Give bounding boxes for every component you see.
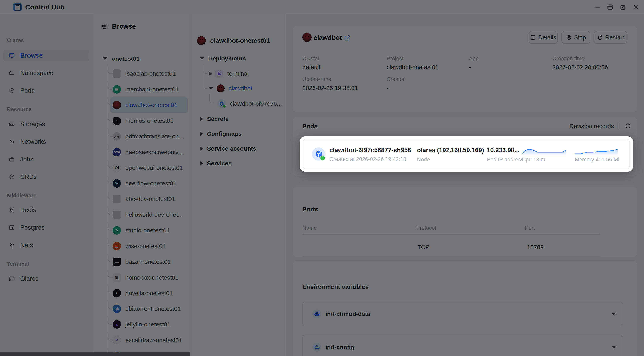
pod-ip-label: Pod IP address <box>487 156 524 163</box>
pod-row[interactable]: clawdbot-6f97c56877-sh956 Created at 202… <box>303 139 630 169</box>
pod-node-value: olares (192.168.50.169) <box>417 146 484 154</box>
pod-node-label: Node <box>417 156 430 163</box>
pod-status-dot <box>320 156 325 160</box>
pod-memory-label: Memory 401.56 Mi <box>575 156 620 163</box>
control-hub-window: Control Hub OlaresBrowseNamespacePodsRes… <box>0 0 644 356</box>
cpu-sparkline <box>522 146 566 156</box>
pod-cpu-label: Cpu 13 m <box>522 156 545 163</box>
pod-ip-value: 10.233.98... <box>487 146 520 154</box>
memory-sparkline <box>575 146 618 156</box>
dim-overlay <box>0 0 644 356</box>
pod-row-spotlight: clawdbot-6f97c56877-sh956 Created at 202… <box>300 136 633 172</box>
pod-name: clawdbot-6f97c56877-sh956 <box>330 146 411 154</box>
pod-created-at: Created at 2026-02-26 19:42:18 <box>330 156 406 162</box>
pod-icon <box>312 147 325 160</box>
